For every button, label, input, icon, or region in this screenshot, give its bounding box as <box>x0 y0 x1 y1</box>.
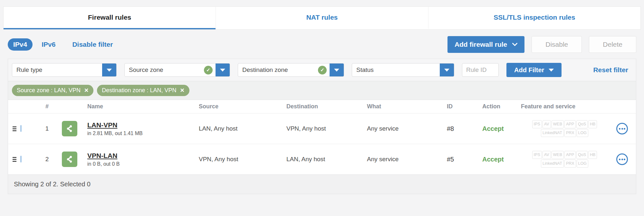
feature-badge: AV <box>543 151 551 159</box>
dropdown-arrow-button[interactable] <box>330 63 344 77</box>
add-firewall-rule-button[interactable]: Add firewall rule <box>447 36 524 53</box>
filter-chip-source-zone: Source zone : LAN, VPN ✕ <box>12 85 93 96</box>
disable-filter-link[interactable]: Disable filter <box>72 41 113 48</box>
column-header-number: # <box>38 103 56 110</box>
triangle-down-icon <box>334 69 339 72</box>
tab-nat-rules[interactable]: NAT rules <box>216 7 428 29</box>
feature-badge: LinkedNAT <box>541 129 564 137</box>
row-checkbox[interactable] <box>20 125 22 132</box>
ipv6-toggle[interactable]: IPv6 <box>42 41 55 48</box>
rule-traffic: in 2.81 MB, out 1.41 MB <box>87 131 194 136</box>
table-footer: Showing 2 of 2. Selected 0 <box>8 174 636 194</box>
feature-badge: HB <box>588 151 597 159</box>
status-dropdown-label: Status <box>352 66 440 74</box>
add-firewall-rule-label: Add firewall rule <box>455 41 507 48</box>
toolbar-actions: Add firewall rule Disable Delete <box>447 36 636 53</box>
rules-tabbar: Firewall rules NAT rules SSL/TLS inspect… <box>3 6 641 30</box>
tab-ssl-tls-inspection-rules[interactable]: SSL/TLS inspection rules <box>428 7 640 29</box>
triangle-down-icon <box>444 69 449 72</box>
rule-source: LAN, Any host <box>194 125 282 132</box>
feature-badges: IPSAVWEBAPPQoSHB LinkedNATPRXLOG <box>518 151 608 168</box>
feature-badge: LOG <box>577 160 588 168</box>
chevron-down-icon <box>512 43 517 46</box>
rule-action: Accept <box>482 125 518 133</box>
feature-badge: QoS <box>576 120 588 128</box>
remove-filter-icon[interactable]: ✕ <box>180 87 184 94</box>
destination-zone-dropdown-label: Destination zone <box>238 66 318 74</box>
add-filter-button[interactable]: Add Filter <box>506 63 562 77</box>
showing-status-text: Showing 2 of 2. Selected 0 <box>14 181 91 188</box>
rule-id: #8 <box>444 125 482 133</box>
column-header-name: Name <box>83 103 194 110</box>
filter-chip-label: Source zone : LAN, VPN <box>17 87 81 94</box>
rule-type-dropdown-label: Rule type <box>12 66 102 74</box>
toolbar: IPv4 IPv6 Disable filter Add firewall ru… <box>8 36 636 53</box>
row-menu-ellipsis-icon[interactable] <box>616 123 628 134</box>
status-dropdown[interactable]: Status <box>352 63 454 77</box>
ipv4-toggle[interactable]: IPv4 <box>8 38 33 51</box>
rule-type-dropdown[interactable]: Rule type <box>12 63 117 77</box>
feature-badge: HB <box>588 120 597 128</box>
firewall-rules-panel: Rule type Source zone ✓ Destination zone… <box>8 59 636 194</box>
table-row: 2 VPN-LAN in 0 B, out 0 B VPN, Any host … <box>8 144 636 174</box>
row-number: 1 <box>38 125 56 132</box>
column-header-feature: Feature and service <box>518 103 608 110</box>
feature-badge: PRX <box>564 160 576 168</box>
triangle-down-icon <box>220 69 225 72</box>
dropdown-arrow-button[interactable] <box>216 63 230 77</box>
feature-badge: APP <box>564 151 576 159</box>
row-menu-ellipsis-icon[interactable] <box>616 153 628 165</box>
rule-id-input[interactable] <box>462 63 499 77</box>
filter-chip-label: Destination zone : LAN, VPN <box>102 87 176 94</box>
feature-badges: IPSAVWEBAPPQoSHB LinkedNATPRXLOG <box>518 120 608 137</box>
dropdown-arrow-button[interactable] <box>440 63 454 77</box>
triangle-down-icon <box>107 69 112 72</box>
filter-applied-check-icon: ✓ <box>318 66 327 74</box>
feature-badge: QoS <box>576 151 588 159</box>
column-header-id: ID <box>444 103 482 110</box>
rule-source: VPN, Any host <box>194 156 282 163</box>
reset-filter-link[interactable]: Reset filter <box>593 66 632 74</box>
source-zone-dropdown-label: Source zone <box>125 66 204 74</box>
disable-button[interactable]: Disable <box>532 36 582 53</box>
drag-handle-icon[interactable] <box>13 157 20 162</box>
share-rule-icon[interactable] <box>62 152 77 167</box>
feature-badge: APP <box>564 120 576 128</box>
column-header-action: Action <box>482 103 518 110</box>
row-number: 2 <box>38 156 56 163</box>
feature-badge: LOG <box>577 129 588 137</box>
delete-button[interactable]: Delete <box>589 36 636 53</box>
column-header-what: What <box>362 103 444 110</box>
triangle-down-icon <box>549 69 554 72</box>
table-header: # Name Source Destination What ID Action… <box>8 100 636 113</box>
drag-handle-icon[interactable] <box>13 126 20 131</box>
rule-name-link[interactable]: LAN-VPN <box>87 121 117 129</box>
destination-zone-dropdown[interactable]: Destination zone ✓ <box>238 63 344 77</box>
add-filter-label: Add Filter <box>514 66 544 74</box>
rule-id: #5 <box>444 156 482 163</box>
share-icon <box>65 155 74 163</box>
rule-destination: LAN, Any host <box>282 156 362 163</box>
rule-traffic: in 0 B, out 0 B <box>87 161 194 167</box>
feature-badge: LinkedNAT <box>541 160 564 168</box>
feature-badge: AV <box>543 120 551 128</box>
dropdown-arrow-button[interactable] <box>102 63 116 77</box>
feature-badge: WEB <box>552 151 564 159</box>
feature-badge: PRX <box>564 129 576 137</box>
tab-firewall-rules[interactable]: Firewall rules <box>4 7 216 29</box>
share-icon <box>65 124 74 133</box>
share-rule-icon[interactable] <box>62 121 77 136</box>
row-checkbox[interactable] <box>20 156 22 162</box>
filter-applied-check-icon: ✓ <box>204 66 213 74</box>
feature-badge: IPS <box>532 151 542 159</box>
column-header-destination: Destination <box>282 103 362 110</box>
rule-what: Any service <box>362 156 444 163</box>
rule-name-link[interactable]: VPN-LAN <box>87 152 117 160</box>
remove-filter-icon[interactable]: ✕ <box>84 87 89 94</box>
rule-action: Accept <box>482 156 518 163</box>
source-zone-dropdown[interactable]: Source zone ✓ <box>124 63 230 77</box>
table-row: 1 LAN-VPN in 2.81 MB, out 1.41 MB LAN, A… <box>8 113 636 144</box>
feature-badge: WEB <box>552 120 564 128</box>
filter-bar: Rule type Source zone ✓ Destination zone… <box>8 59 636 81</box>
feature-badge: IPS <box>532 120 542 128</box>
